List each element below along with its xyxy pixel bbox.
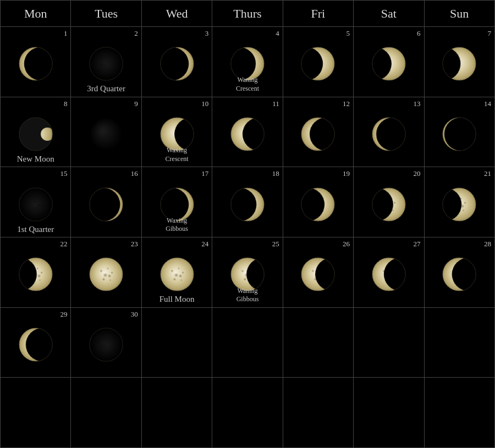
day-cell-7: 7 [425,27,494,97]
day-cell-6: 6 [354,27,424,97]
day-number: 1 [64,29,68,38]
day-number: 28 [484,240,491,248]
header-day: Tues [71,1,141,26]
moon-phase-waning_crescent_thin [298,44,338,84]
day-number: 20 [414,169,421,178]
day-cell-4: 4Waning Crescent [212,27,283,97]
day-number: 9 [134,99,138,108]
day-cell-25: 25Waning Gibbous [212,237,283,307]
day-number: 30 [131,310,138,319]
day-cell-2: 23rd Quarter [71,27,141,97]
day-number: 7 [487,29,491,38]
week-row-1: 123rd Quarter34Waning Crescent567 [1,27,494,97]
day-cell-13: 13 [354,97,424,167]
moon-phase-waxing_gibbous3 [298,185,338,224]
day-cell-11: 11 [212,97,283,167]
moon-phase-waxing_gibbous5 [439,185,479,224]
day-cell-empty [142,378,212,447]
moon-phase-waning_crescent_vthin [439,44,479,84]
day-cell-1: 1 [1,27,71,97]
day-cell-23: 23 [71,237,141,307]
moon-phase-waxing_gibbous_early [369,114,409,154]
week-row-6 [1,378,494,447]
day-cell-empty [142,308,212,378]
day-cell-empty [425,308,494,378]
day-cell-29: 29 [1,308,71,378]
moon-phase-label: Waning Gibbous [212,287,282,304]
day-number: 2 [134,29,138,38]
moon-phase-waning_gibbous3 [369,255,409,294]
day-cell-3: 3 [142,27,212,97]
moon-phase-waning_gibbous2 [298,255,338,294]
day-cell-empty [425,378,494,447]
day-number: 23 [131,240,138,248]
header-day: Sat [354,1,424,26]
week-row-5: 2930 [1,308,494,378]
day-cell-empty [354,378,424,447]
day-cell-20: 20 [354,167,424,237]
day-number: 27 [414,240,421,248]
moon-phase-third_quarter [86,44,126,84]
day-cell-30: 30 [71,308,141,378]
moon-phase-label: 1st Quarter [1,224,70,235]
day-cell-10: 10Waxing Crescent [142,97,212,167]
header-day: Sun [425,1,494,26]
moon-phase-first_quarter_minus [439,114,479,154]
day-cell-18: 18 [212,167,283,237]
day-number: 29 [60,310,67,319]
day-cell-empty [283,308,354,378]
week-row-3: 151st Quarter1617Waxing Gibbous18192021 [1,167,494,237]
day-number: 25 [272,240,279,248]
moon-phase-full_moon [157,255,197,294]
moon-phase-new_moon [16,114,56,154]
moon-phase-waning_gibbous_3q_minus [16,44,56,84]
day-cell-21: 21 [425,167,494,237]
day-number: 14 [484,99,491,108]
day-cell-22: 22 [1,237,71,307]
moon-phase-waxing_gibbous6 [16,255,56,294]
day-cell-empty [71,378,141,447]
day-number: 21 [484,169,491,178]
day-cell-empty [283,378,354,447]
day-cell-26: 26 [283,237,354,307]
day-cell-19: 19 [283,167,354,237]
day-number: 12 [343,99,350,108]
day-number: 3 [205,29,209,38]
header-day: Wed [142,1,212,26]
day-cell-14: 14 [425,97,494,167]
day-number: 5 [346,29,350,38]
calendar-header: MonTuesWedThursFriSatSun [1,1,494,27]
day-cell-9: 9 [71,97,141,167]
day-cell-27: 27 [354,237,424,307]
moon-phase-label: Waxing Gibbous [142,217,212,234]
day-number: 18 [272,169,279,178]
moon-phase-waxing_crescent_thin [228,114,267,154]
day-cell-28: 28 [425,237,494,307]
day-cell-empty [354,308,424,378]
week-row-4: 222324Full Moon25Waning Gibbous262728 [1,237,494,308]
moon-phase-label: 3rd Quarter [71,84,141,95]
day-cell-17: 17Waxing Gibbous [142,167,212,237]
moon-phase-label: Full Moon [142,294,212,305]
moon-phase-waning_crescent_vthintop [369,44,409,84]
moon-phase-first_quarter [16,185,56,224]
day-number: 22 [60,240,67,248]
day-cell-empty [212,378,283,447]
day-number: 17 [201,169,208,178]
moon-phase-waning_gibbous5 [16,325,56,364]
moon-phase-waxing_gibbous2 [228,185,267,224]
moon-phase-third_quarter2 [86,325,126,364]
header-day: Thurs [212,1,283,26]
day-number: 24 [201,240,208,248]
header-day: Fri [283,1,354,26]
moon-phase-waning_gibbous4 [439,255,479,294]
day-cell-24: 24Full Moon [142,237,212,307]
moon-phase-label: Waxing Crescent [142,146,212,163]
week-row-2: 8New Moon910Waxing Crescent11121314 [1,97,494,168]
moon-calendar: MonTuesWedThursFriSatSun 123rd Quarter34… [0,0,495,448]
day-number: 15 [60,169,67,178]
day-cell-5: 5 [283,27,354,97]
day-number: 6 [417,29,421,38]
day-number: 11 [272,99,279,108]
day-cell-empty [212,308,283,378]
